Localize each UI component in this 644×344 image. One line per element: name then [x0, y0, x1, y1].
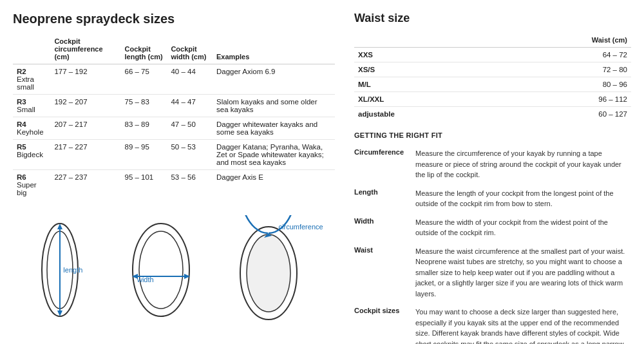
waist-row: adjustable 60 – 127	[354, 107, 631, 122]
width-svg	[119, 215, 203, 325]
circumference-svg	[227, 215, 330, 325]
waist-row: XS/S 72 – 80	[354, 62, 631, 77]
row-name: Bigdeck	[17, 151, 43, 158]
fit-desc: Measure the length of your cockpit from …	[415, 186, 631, 215]
table-row: R6 Super big 227 – 237 95 – 101 53 – 56 …	[13, 170, 335, 200]
row-circumference: 192 – 207	[50, 95, 120, 117]
row-width: 47 – 50	[167, 117, 213, 140]
fit-row: Width Measure the width of your cockpit …	[354, 215, 631, 244]
length-svg	[24, 215, 95, 325]
fit-label: Length	[354, 186, 415, 215]
waist-col-range: Waist (cm)	[419, 33, 631, 48]
fit-desc: Measure the circumference of your kayak …	[415, 146, 631, 186]
waist-row: XL/XXL 96 – 112	[354, 92, 631, 107]
table-row: R5 Bigdeck 217 – 227 89 – 95 50 – 53 Dag…	[13, 140, 335, 170]
waist-size: adjustable	[354, 107, 419, 122]
row-examples: Dagger Katana; Pyranha, Waka, Zet or Spa…	[213, 140, 335, 170]
waist-range: 72 – 80	[419, 62, 631, 77]
length-label: length	[63, 266, 82, 274]
row-name: Keyhole	[17, 128, 44, 136]
row-id: R4	[17, 120, 26, 128]
col-header-common	[13, 34, 50, 64]
row-examples: Slalom kayaks and some older sea kayaks	[213, 95, 335, 117]
right-section: Waist size Waist (cm) XXS 64 – 72 XS/S 7…	[354, 12, 631, 344]
fit-row: Length Measure the length of your cockpi…	[354, 186, 631, 215]
waist-range: 64 – 72	[419, 48, 631, 62]
length-diagram: length	[24, 215, 95, 325]
waist-size: XXS	[354, 48, 419, 62]
row-id: R2	[17, 68, 26, 75]
row-width: 40 – 44	[167, 64, 213, 95]
table-row: R3 Small 192 – 207 75 – 83 44 – 47 Slalo…	[13, 95, 335, 117]
waist-size: XL/XXL	[354, 92, 419, 107]
row-width: 50 – 53	[167, 140, 213, 170]
fit-row: Cockpit sizes You may want to choose a d…	[354, 304, 631, 344]
right-title: Waist size	[354, 12, 631, 25]
left-title: Neoprene spraydeck sizes	[13, 12, 335, 26]
main-layout: Neoprene spraydeck sizes Cockpit circumf…	[13, 12, 631, 344]
waist-range: 80 – 96	[419, 77, 631, 92]
svg-point-11	[247, 234, 290, 312]
fit-label: Circumference	[354, 146, 415, 186]
col-header-length: Cockpit length (cm)	[120, 34, 167, 64]
diagram-area: length width	[13, 209, 335, 325]
getting-fit-title: GETTING THE RIGHT FIT	[354, 131, 631, 139]
left-section: Neoprene spraydeck sizes Cockpit circumf…	[13, 12, 335, 344]
row-name: Super big	[17, 181, 37, 196]
waist-range: 60 – 127	[419, 107, 631, 122]
row-width: 53 – 56	[167, 170, 213, 200]
row-examples: Dagger Axis E	[213, 170, 335, 200]
row-length: 83 – 89	[120, 117, 167, 140]
table-row: R4 Keyhole 207 – 217 83 – 89 47 – 50 Dag…	[13, 117, 335, 140]
waist-table: Waist (cm) XXS 64 – 72 XS/S 72 – 80 M/L …	[354, 33, 631, 121]
row-length: 95 – 101	[120, 170, 167, 200]
circumference-label: circumference	[279, 223, 323, 231]
fit-desc: You may want to choose a deck size large…	[415, 304, 631, 344]
fit-desc: Measure the width of your cockpit from t…	[415, 215, 631, 244]
row-name: Small	[17, 106, 35, 113]
col-header-width: Cockpit width (cm)	[167, 34, 213, 64]
fit-desc: Measure the waist circumference at the s…	[415, 244, 631, 305]
row-examples: Dagger Axiom 6.9	[213, 64, 335, 95]
fit-row: Circumference Measure the circumference …	[354, 146, 631, 186]
fit-label: Waist	[354, 244, 415, 305]
width-label: width	[137, 276, 154, 283]
row-id: R5	[17, 143, 26, 151]
row-examples: Dagger whitewater kayaks and some sea ka…	[213, 117, 335, 140]
waist-row: M/L 80 – 96	[354, 77, 631, 92]
svg-point-6	[139, 231, 183, 309]
table-row: R2 Extra small 177 – 192 66 – 75 40 – 44…	[13, 64, 335, 95]
circumference-diagram: circumference	[227, 215, 323, 325]
row-length: 89 – 95	[120, 140, 167, 170]
width-diagram: width	[119, 215, 203, 325]
col-header-examples: Examples	[213, 34, 335, 64]
row-width: 44 – 47	[167, 95, 213, 117]
waist-col-size	[354, 33, 419, 48]
waist-size: XS/S	[354, 62, 419, 77]
row-circumference: 227 – 237	[50, 170, 120, 200]
row-id: R6	[17, 173, 26, 181]
row-length: 75 – 83	[120, 95, 167, 117]
fit-label: Width	[354, 215, 415, 244]
row-circumference: 177 – 192	[50, 64, 120, 95]
row-name: Extra small	[17, 75, 34, 91]
fit-row: Waist Measure the waist circumference at…	[354, 244, 631, 305]
row-length: 66 – 75	[120, 64, 167, 95]
row-circumference: 207 – 217	[50, 117, 120, 140]
waist-row: XXS 64 – 72	[354, 48, 631, 62]
row-circumference: 217 – 227	[50, 140, 120, 170]
waist-range: 96 – 112	[419, 92, 631, 107]
waist-size: M/L	[354, 77, 419, 92]
fit-table: Circumference Measure the circumference …	[354, 146, 631, 344]
fit-label: Cockpit sizes	[354, 304, 415, 344]
size-table: Cockpit circumference (cm) Cockpit lengt…	[13, 34, 335, 200]
row-id: R3	[17, 98, 26, 106]
col-header-circumference: Cockpit circumference (cm)	[50, 34, 120, 64]
